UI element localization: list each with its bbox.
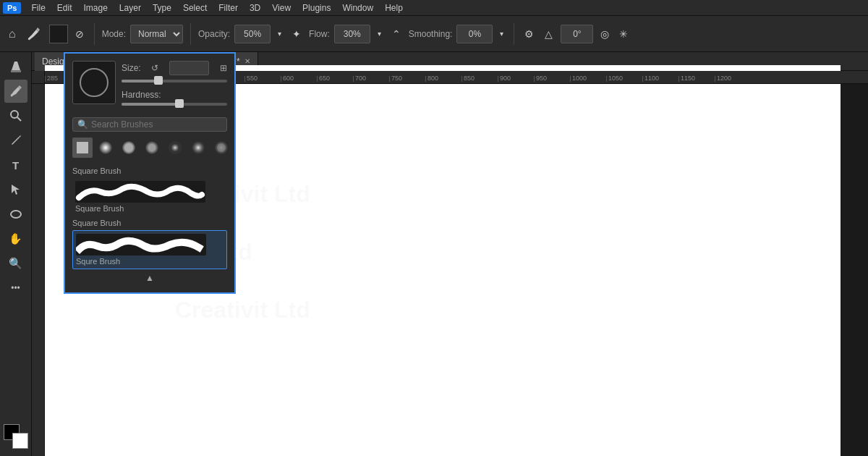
tool-ellipse[interactable]: [4, 203, 27, 226]
menu-file[interactable]: File: [25, 1, 51, 14]
tool-hand[interactable]: ✋: [4, 227, 27, 250]
brush-type-round-hard[interactable]: [119, 138, 139, 158]
angle-icon[interactable]: △: [541, 26, 556, 42]
hardness-slider[interactable]: [122, 103, 227, 106]
angle-input[interactable]: [561, 25, 593, 43]
brush-name-1: Square Brush: [75, 204, 224, 213]
svg-point-7: [145, 141, 158, 154]
ruler-tick: 1150: [678, 76, 715, 82]
hardness-slider-thumb[interactable]: [175, 99, 184, 108]
brush-type-5[interactable]: [188, 138, 208, 158]
smoothing-arrow[interactable]: ▾: [497, 27, 506, 41]
smoothing-icon[interactable]: ⌃: [388, 26, 404, 42]
menu-type[interactable]: Type: [147, 1, 177, 14]
smoothing-input[interactable]: [456, 25, 493, 43]
smoothing-label: Smoothing:: [409, 29, 453, 39]
brush-item-1[interactable]: Square Brush: [72, 178, 227, 216]
menu-image[interactable]: Image: [78, 1, 114, 14]
menu-3d[interactable]: 3D: [244, 1, 266, 14]
tool-fill[interactable]: [4, 55, 27, 78]
brush-type-round-soft[interactable]: [95, 138, 116, 158]
menu-help[interactable]: Help: [379, 1, 409, 14]
tool-pencil[interactable]: [4, 129, 27, 152]
opacity-input[interactable]: [234, 25, 271, 43]
tool-more[interactable]: •••: [4, 276, 27, 300]
brush-item-2[interactable]: Squre Brush: [72, 230, 227, 269]
brush-panel: Size: ↺ 50 px ⊞ Hardness:: [64, 52, 236, 294]
size-label: Size:: [122, 63, 141, 73]
ruler-tick: 850: [461, 76, 498, 82]
flow-label: Flow:: [309, 29, 330, 39]
flow-arrow[interactable]: ▾: [375, 27, 384, 41]
size-row: Size: ↺ 50 px ⊞: [122, 61, 227, 75]
brush-type-4[interactable]: [165, 138, 185, 158]
airbrush-icon[interactable]: ✦: [289, 26, 305, 42]
tool-zoom2[interactable]: 🔍: [4, 252, 27, 275]
ruler-tick: 800: [425, 76, 461, 82]
menu-window[interactable]: Window: [336, 1, 379, 14]
separator-3: [514, 23, 514, 45]
menu-filter[interactable]: Filter: [213, 1, 244, 14]
brush-preview-img-1: [75, 181, 205, 203]
color-swatch[interactable]: [49, 25, 68, 43]
menu-plugins[interactable]: Plugins: [297, 1, 336, 14]
tool-text[interactable]: T: [4, 153, 27, 177]
main-area: T ✋ 🔍 ••• Design 4 PSD.psd @ 100% (Backg…: [0, 52, 868, 456]
svg-point-9: [192, 141, 205, 154]
opacity-label: Opacity:: [198, 29, 230, 39]
brush-type-icons: [72, 138, 227, 158]
brush-scroll-up[interactable]: ▲: [72, 271, 227, 285]
tab-close-button[interactable]: ✕: [244, 57, 250, 65]
tool-select[interactable]: [4, 178, 27, 201]
size-reset-button[interactable]: ↺: [151, 63, 158, 73]
mode-dropdown[interactable]: Normal: [130, 25, 183, 43]
home-button[interactable]: ⌂: [6, 25, 19, 43]
brush-type-square[interactable]: [72, 138, 93, 158]
svg-point-1: [11, 111, 18, 118]
menu-select[interactable]: Select: [177, 1, 213, 14]
brush-circle: [80, 68, 109, 97]
tool-brush[interactable]: [4, 80, 27, 103]
brush-search-input[interactable]: [91, 119, 222, 130]
brush-type-3[interactable]: [142, 138, 162, 158]
separator-1: [94, 23, 95, 45]
hardness-label: Hardness:: [122, 90, 227, 100]
svg-rect-0: [11, 70, 21, 72]
ruler-tick: 1050: [606, 76, 642, 82]
erase-button[interactable]: ⊘: [72, 25, 87, 43]
ruler-vertical: [32, 84, 45, 456]
separator-2: [190, 23, 191, 45]
brush-preview-img-2: [76, 234, 206, 256]
size-input[interactable]: 50 px: [169, 61, 209, 75]
svg-line-2: [17, 117, 21, 121]
settings-button[interactable]: ⚙: [522, 25, 537, 43]
brush-type-6[interactable]: [211, 138, 231, 158]
brush-icon: [26, 26, 42, 42]
menu-view[interactable]: View: [266, 1, 297, 14]
svg-point-6: [122, 141, 135, 154]
symmetry-button[interactable]: ✳: [616, 25, 631, 43]
menu-edit[interactable]: Edit: [51, 1, 78, 14]
tool-zoom[interactable]: [4, 104, 27, 127]
ruler-tick: 285: [45, 76, 64, 82]
size-slider-thumb[interactable]: [154, 76, 163, 85]
menu-layer[interactable]: Layer: [114, 1, 147, 14]
size-extra-button[interactable]: ⊞: [220, 63, 227, 73]
brush-tool-button[interactable]: [23, 23, 45, 45]
svg-point-5: [99, 141, 112, 154]
flow-input[interactable]: [334, 25, 370, 43]
target-button[interactable]: ◎: [597, 25, 612, 43]
color-swatches[interactable]: [2, 423, 30, 450]
mode-label: Mode:: [102, 29, 126, 39]
ruler-tick: 750: [389, 76, 425, 82]
svg-point-3: [11, 211, 21, 218]
background-swatch[interactable]: [12, 433, 28, 449]
size-slider-fill: [122, 80, 158, 83]
brush-group-label-2: Square Brush: [72, 219, 227, 227]
size-slider[interactable]: [122, 80, 227, 83]
canvas-area: Design 4 PSD.psd @ 100% (Background, RGB…: [32, 52, 868, 456]
menu-bar: Ps File Edit Image Layer Type Select Fil…: [0, 0, 868, 16]
opacity-arrow[interactable]: ▾: [275, 27, 284, 41]
ruler-tick: 550: [244, 76, 281, 82]
ruler-tick: 650: [317, 76, 353, 82]
